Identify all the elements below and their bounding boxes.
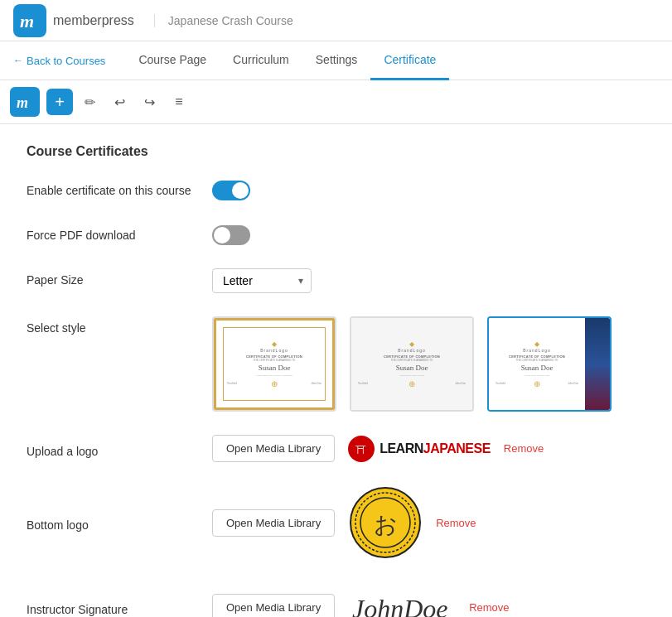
mp-logo-name: memberpress <box>53 13 134 28</box>
upload-logo-row: Upload a logo Open Media Library ⛩ LEARN… <box>27 435 645 462</box>
force-pdf-toggle-wrap <box>212 224 250 245</box>
redo-icon: ↪ <box>144 94 155 110</box>
select-style-row: Select style ◆ BrandLogo Certificate of … <box>27 316 645 412</box>
back-to-courses-link[interactable]: ← Back to Courses <box>13 55 105 67</box>
learn-japanese-logo: ⛩ LEARNJAPANESE <box>348 436 491 462</box>
undo-icon: ↩ <box>114 94 125 110</box>
toggle-knob-pdf <box>214 227 230 243</box>
undo-button[interactable]: ↩ <box>106 89 133 115</box>
cert-style-3[interactable]: ◆ BrandLogo Certificate of Completion TH… <box>487 316 612 412</box>
svg-text:⛩: ⛩ <box>355 444 366 456</box>
back-arrow-icon: ← <box>13 55 23 66</box>
bottom-logo-label: Bottom logo <box>27 513 192 532</box>
signature-preview: JohnDoe <box>348 583 456 617</box>
style-options: ◆ BrandLogo Certificate of Completion TH… <box>212 316 612 412</box>
cert1-sig: John Doe <box>284 382 321 385</box>
lj-japanese: JAPANESE <box>423 441 491 456</box>
toolbar-logo: m <box>10 87 40 117</box>
open-media-library-sig[interactable]: Open Media Library <box>212 594 335 618</box>
back-link-label: Back to Courses <box>27 55 105 67</box>
cert3-brandlogo: BrandLogo <box>523 348 550 353</box>
paper-size-label: Paper Size <box>27 268 192 287</box>
cert3-sig: John Doe <box>544 382 578 385</box>
lj-text: LEARNJAPANESE <box>380 441 491 456</box>
cert3-seal: ⊕ <box>534 379 540 388</box>
svg-text:お: お <box>374 512 398 537</box>
add-button[interactable]: + <box>46 89 73 115</box>
top-bar: m memberpress Japanese Crash Course <box>0 0 672 41</box>
remove-bottom-logo-link[interactable]: Remove <box>436 517 476 529</box>
cert-style-1[interactable]: ◆ BrandLogo Certificate of Completion TH… <box>212 316 336 412</box>
upload-logo-label: Upload a logo <box>27 440 192 458</box>
instructor-sig-label: Instructor Signature <box>27 598 192 616</box>
mp-logo: m memberpress <box>13 4 134 37</box>
redo-button[interactable]: ↪ <box>136 89 162 115</box>
select-style-label: Select style <box>27 316 192 335</box>
pencil-button[interactable]: ✏ <box>76 89 103 115</box>
cert1-body: Lorem ipsum dolor sit amet consectetur <box>256 374 292 377</box>
paper-size-select-wrap: Letter A4 <box>212 268 312 293</box>
cert1-date: Test field <box>227 382 264 385</box>
enable-cert-row: Enable certificate on this course <box>27 179 645 200</box>
cert2-body: Lorem ipsum dolor sit amet <box>399 374 424 377</box>
cert2-brandlogo: BrandLogo <box>398 348 425 353</box>
cert2-sig: John Doe <box>422 382 466 385</box>
signature-svg: JohnDoe <box>348 583 456 617</box>
lj-red-circle: ⛩ <box>348 436 375 462</box>
cert-style-2[interactable]: ◆ BrandLogo Certificate of Completion TH… <box>350 316 474 412</box>
open-media-library-logo[interactable]: Open Media Library <box>212 435 335 462</box>
toggle-knob <box>232 182 249 199</box>
menu-icon: ≡ <box>175 94 182 109</box>
pencil-icon: ✏ <box>85 94 95 110</box>
paper-size-row: Paper Size Letter A4 <box>27 268 645 293</box>
cert3-date: Test field <box>496 382 530 385</box>
instructor-sig-row: Instructor Signature Open Media Library … <box>27 583 645 617</box>
enable-cert-toggle[interactable] <box>212 181 250 200</box>
cert1-seal: ⊕ <box>271 379 278 388</box>
logo-preview: ⛩ LEARNJAPANESE <box>348 436 491 462</box>
main-content: Course Certificates Enable certificate o… <box>0 124 672 617</box>
bottom-logo-area: Open Media Library お Remove <box>212 485 476 560</box>
menu-button[interactable]: ≡ <box>166 89 192 115</box>
svg-text:JohnDoe: JohnDoe <box>352 594 448 617</box>
tab-course-page[interactable]: Course Page <box>125 41 220 80</box>
remove-sig-link[interactable]: Remove <box>469 601 509 614</box>
toolbar: m + ✏ ↩ ↪ ≡ <box>0 80 672 124</box>
cert3-diamond: ◆ <box>534 340 539 348</box>
cert2-diamond: ◆ <box>409 340 414 348</box>
upload-logo-area: Open Media Library ⛩ LEARNJAPANESE Remov… <box>212 435 544 462</box>
bottom-logo-row: Bottom logo Open Media Library お Remove <box>27 485 645 560</box>
cert2-date: Test field <box>358 382 402 385</box>
cert3-body: Lorem ipsum dolor sit amet <box>525 374 549 377</box>
remove-logo-link[interactable]: Remove <box>504 442 544 455</box>
force-pdf-label: Force PDF download <box>27 224 192 242</box>
force-pdf-row: Force PDF download <box>27 224 645 245</box>
cert3-blue-bar <box>585 318 610 410</box>
cert3-subtitle: THE CERTIFICATE IS AWARDED TO <box>516 359 558 362</box>
tab-curriculum[interactable]: Curriculum <box>220 41 302 80</box>
cert2-seal: ⊕ <box>409 379 415 388</box>
nav-tabs: ← Back to Courses Course Page Curriculum… <box>0 41 672 80</box>
paper-size-select[interactable]: Letter A4 <box>212 268 312 293</box>
seal-svg: お <box>349 486 422 559</box>
open-media-library-bottom[interactable]: Open Media Library <box>212 509 335 537</box>
enable-cert-label: Enable certificate on this course <box>27 179 192 197</box>
cert1-diamond: ◆ <box>272 340 277 348</box>
force-pdf-toggle[interactable] <box>212 225 250 245</box>
cert1-subtitle: THE CERTIFICATE IS AWARDED TO <box>254 359 296 362</box>
svg-text:m: m <box>20 11 34 31</box>
cert1-brandlogo: BrandLogo <box>260 348 288 353</box>
cert1-name: Susan Doe <box>259 364 291 372</box>
course-name: Japanese Crash Course <box>154 14 293 27</box>
instructor-sig-area: Open Media Library JohnDoe Remove <box>212 583 510 617</box>
mp-logo-icon: m <box>13 4 46 37</box>
svg-text:m: m <box>17 94 28 111</box>
enable-cert-toggle-wrap <box>212 179 250 200</box>
tab-certificate[interactable]: Certificate <box>370 41 449 80</box>
cert3-name: Susan Doe <box>521 364 554 372</box>
section-title: Course Certificates <box>27 144 645 159</box>
tab-settings[interactable]: Settings <box>302 41 371 80</box>
bottom-logo-preview: お <box>348 485 423 560</box>
cert2-subtitle: THE CERTIFICATE IS AWARDED TO <box>391 359 433 362</box>
cert2-name: Susan Doe <box>396 364 428 372</box>
